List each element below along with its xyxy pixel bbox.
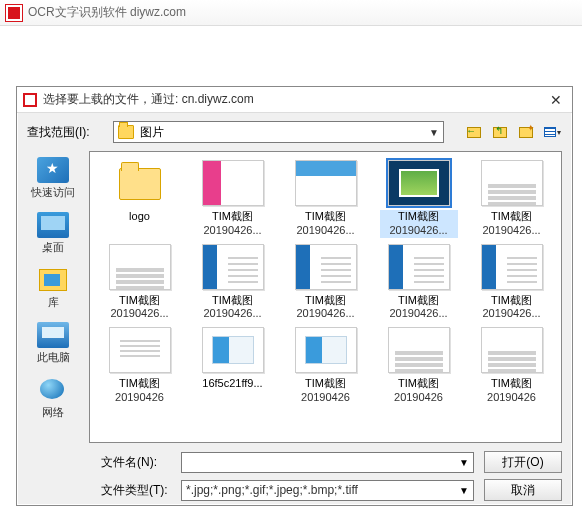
filetype-value: *.jpg;*.png;*.gif;*.jpeg;*.bmp;*.tiff: [186, 483, 459, 497]
image-thumbnail-icon: [202, 160, 264, 206]
place-quick-access[interactable]: 快速访问: [21, 153, 85, 204]
image-thumbnail-icon: [481, 244, 543, 290]
file-name-sub: 20190426...: [473, 224, 551, 238]
image-thumbnail-icon: [388, 160, 450, 206]
dialog-logo-icon: [23, 93, 37, 107]
image-thumbnail-icon: [109, 327, 171, 373]
file-item[interactable]: TIM截图20190426: [94, 325, 185, 407]
places-bar: 快速访问 桌面 库 此电脑 网络: [17, 147, 89, 447]
chevron-down-icon: ▼: [429, 127, 439, 138]
file-item[interactable]: TIM截图20190426...: [373, 158, 464, 240]
file-item[interactable]: TIM截图20190426...: [280, 242, 371, 324]
place-label: 桌面: [42, 240, 64, 255]
app-logo-icon: [6, 5, 22, 21]
dialog-title: 选择要上载的文件，通过: cn.diywz.com: [43, 91, 546, 108]
file-name: TIM截图: [287, 294, 365, 308]
image-thumbnail-icon: [295, 244, 357, 290]
file-name-sub: 20190426...: [194, 307, 272, 321]
place-label: 库: [48, 295, 59, 310]
back-button[interactable]: [464, 123, 484, 141]
image-thumbnail-icon: [481, 327, 543, 373]
file-name: TIM截图: [473, 294, 551, 308]
file-item[interactable]: logo: [94, 158, 185, 240]
file-name: TIM截图: [380, 377, 458, 391]
folder-icon: [109, 160, 171, 206]
file-item[interactable]: TIM截图20190426: [280, 325, 371, 407]
filename-label: 文件名(N):: [101, 454, 171, 471]
toolbar-icons: ▾: [464, 123, 562, 141]
place-libraries[interactable]: 库: [21, 263, 85, 314]
file-item[interactable]: TIM截图20190426...: [187, 158, 278, 240]
file-name: TIM截图: [380, 210, 458, 224]
file-name-sub: 20190426: [380, 391, 458, 405]
file-name-sub: 20190426: [473, 391, 551, 405]
file-name-sub: 20190426...: [287, 224, 365, 238]
desktop-icon: [37, 212, 69, 238]
this-pc-icon: [37, 322, 69, 348]
place-label: 网络: [42, 405, 64, 420]
place-label: 快速访问: [31, 185, 75, 200]
image-thumbnail-icon: [481, 160, 543, 206]
file-item[interactable]: TIM截图20190426...: [94, 242, 185, 324]
libraries-icon: [37, 267, 69, 293]
place-desktop[interactable]: 桌面: [21, 208, 85, 259]
folder-icon: [118, 125, 134, 139]
file-name: TIM截图: [473, 377, 551, 391]
file-name-sub: 20190426...: [380, 224, 458, 238]
file-name: logo: [101, 210, 179, 224]
close-button[interactable]: ✕: [546, 90, 566, 110]
file-name: TIM截图: [101, 377, 179, 391]
file-item[interactable]: TIM截图20190426: [466, 325, 557, 407]
file-name-sub: 20190426...: [380, 307, 458, 321]
file-name: TIM截图: [473, 210, 551, 224]
filename-input[interactable]: ▼: [181, 452, 474, 473]
file-open-dialog: 选择要上载的文件，通过: cn.diywz.com ✕ 查找范围(I): 图片 …: [16, 86, 573, 506]
chevron-down-icon: ▼: [459, 485, 469, 496]
lookin-combo[interactable]: 图片 ▼: [113, 121, 444, 143]
filetype-combo[interactable]: *.jpg;*.png;*.gif;*.jpeg;*.bmp;*.tiff ▼: [181, 480, 474, 501]
file-name: 16f5c21ff9...: [194, 377, 272, 391]
file-name: TIM截图: [194, 210, 272, 224]
file-item[interactable]: TIM截图20190426: [373, 325, 464, 407]
image-thumbnail-icon: [388, 327, 450, 373]
dialog-titlebar: 选择要上载的文件，通过: cn.diywz.com ✕: [17, 87, 572, 113]
place-network[interactable]: 网络: [21, 373, 85, 424]
file-name-sub: 20190426...: [287, 307, 365, 321]
file-item[interactable]: 16f5c21ff9...: [187, 325, 278, 407]
lookin-value: 图片: [140, 124, 423, 141]
lookin-row: 查找范围(I): 图片 ▼ ▾: [17, 113, 572, 147]
file-item[interactable]: TIM截图20190426...: [187, 242, 278, 324]
image-thumbnail-icon: [202, 244, 264, 290]
dialog-bottom: 文件名(N): ▼ 打开(O) 文件类型(T): *.jpg;*.png;*.g…: [17, 447, 572, 501]
file-name: TIM截图: [287, 210, 365, 224]
image-thumbnail-icon: [295, 160, 357, 206]
file-item[interactable]: TIM截图20190426...: [466, 242, 557, 324]
network-icon: [37, 377, 69, 403]
cancel-button[interactable]: 取消: [484, 479, 562, 501]
chevron-down-icon: ▼: [459, 457, 469, 468]
filetype-label: 文件类型(T):: [101, 482, 171, 499]
place-label: 此电脑: [37, 350, 70, 365]
app-titlebar: OCR文字识别软件 diywz.com: [0, 0, 582, 26]
place-this-pc[interactable]: 此电脑: [21, 318, 85, 369]
file-item[interactable]: TIM截图20190426...: [373, 242, 464, 324]
view-menu-button[interactable]: ▾: [542, 123, 562, 141]
image-thumbnail-icon: [202, 327, 264, 373]
lookin-label: 查找范围(I):: [27, 124, 107, 141]
file-name: TIM截图: [101, 294, 179, 308]
image-thumbnail-icon: [388, 244, 450, 290]
file-name-sub: 20190426...: [194, 224, 272, 238]
open-button[interactable]: 打开(O): [484, 451, 562, 473]
image-thumbnail-icon: [109, 244, 171, 290]
quick-access-icon: [37, 157, 69, 183]
file-name-sub: 20190426: [101, 391, 179, 405]
up-one-level-button[interactable]: [490, 123, 510, 141]
file-item[interactable]: TIM截图20190426...: [466, 158, 557, 240]
file-item[interactable]: TIM截图20190426...: [280, 158, 371, 240]
file-name-sub: 20190426: [287, 391, 365, 405]
file-name: TIM截图: [287, 377, 365, 391]
new-folder-button[interactable]: [516, 123, 536, 141]
file-name: TIM截图: [380, 294, 458, 308]
app-title: OCR文字识别软件 diywz.com: [28, 4, 186, 21]
file-list-pane[interactable]: logoTIM截图20190426...TIM截图20190426...TIM截…: [89, 151, 562, 443]
